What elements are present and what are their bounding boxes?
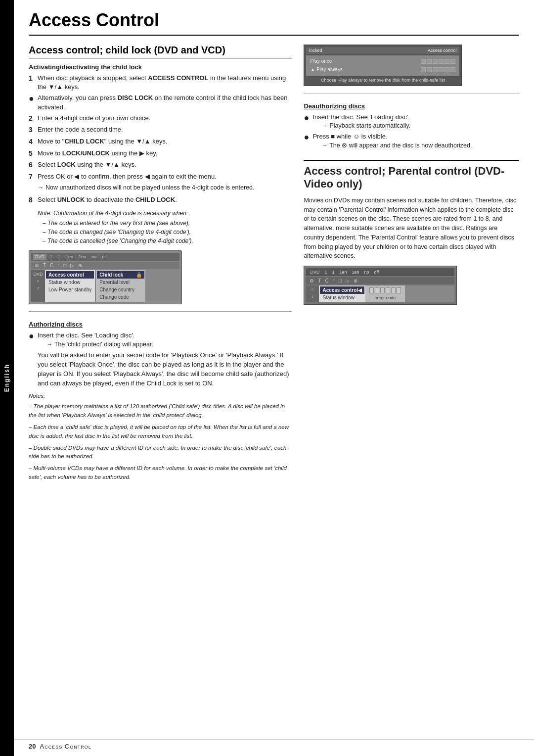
section1-heading: Access control; child lock (DVD and VCD) [29, 45, 292, 58]
top-menu-mockup: locked Access control Play once [304, 45, 462, 86]
ec-status-window: Status window [320, 294, 364, 301]
main-content: Access Control Access control; child loc… [14, 0, 534, 500]
authorizing-heading: Authorizing discs [29, 321, 292, 328]
ec-access-control: Access control ◀ [320, 286, 364, 294]
footer-title: Access Control [40, 743, 91, 750]
authorizing-list: ● Insert the disc. See 'Loading disc'. T… [29, 331, 292, 388]
footer: 20 Access Control [14, 739, 534, 750]
menu-mockup-1: DVD 1 1 1en 1en no off ⚙ T C ᐟ □ ▷ ⊕ [29, 250, 182, 304]
step-6: 6 Select LOCK using the ▼/▲ keys. [29, 160, 292, 170]
deauth-arrow-2: The ⊗ will appear and the disc is now de… [321, 142, 519, 150]
menu-low-power: Low Power standby [46, 286, 94, 293]
col-left: Access control; child lock (DVD and VCD)… [29, 45, 292, 485]
menu-bar-dvd: DVD [33, 254, 46, 260]
step-alt: ● Alternatively, you can press DISC LOCK… [29, 94, 292, 111]
page-title: Access Control [29, 10, 519, 36]
parental-section: Access control; Parental control (DVD-Vi… [304, 160, 519, 305]
deauth-heading: Deauthorizing discs [304, 102, 519, 110]
step-1: 1 When disc playback is stopped, select … [29, 74, 292, 92]
play-always-label: ▲ Play always [310, 67, 342, 72]
note-item-2: The code is changed (see 'Changing the 4… [43, 228, 292, 236]
deauth-section: Deauthorizing discs ● Insert the disc. S… [304, 93, 519, 150]
auth-arrow-1: The 'child protect' dialog will appear. [46, 340, 292, 349]
submenu-change-code: Change code [97, 293, 144, 301]
top-menu-caption: Choose 'Play always' to remove the disk … [306, 78, 459, 84]
steps-list: 1 When disc playback is stopped, select … [29, 74, 292, 182]
play-once-label: Play once [310, 58, 332, 64]
col-right: locked Access control Play once [304, 45, 519, 485]
footer-page-num: 20 [29, 743, 36, 750]
enter-code-label: enter code [375, 295, 396, 300]
note-block: Note: Confirmation of the 4-digit code i… [38, 209, 292, 245]
menu-status-window: Status window [46, 279, 94, 286]
menu-access-control: Access control [46, 271, 94, 279]
sidebar: English [0, 0, 14, 756]
notes-block: Notes: – The player memory maintains a l… [29, 392, 292, 481]
deauth-list: ● Insert the disc. See 'Loading disc'. P… [304, 113, 519, 150]
two-col-layout: Access control; child lock (DVD and VCD)… [29, 45, 519, 485]
submenu-child-lock: Child lock 🔒 [97, 271, 144, 279]
step-2: 2 Enter a 4-digit code of your own choic… [29, 114, 292, 124]
authorizing-section: Authorizing discs ● Insert the disc. See… [29, 311, 292, 481]
step-8: 8 Select UNLOCK to deactivate the CHILD … [29, 195, 292, 205]
code-boxes [369, 287, 401, 293]
deauth-arrow-1: Playback starts automatically. [321, 122, 519, 131]
enter-code-mockup: DVD 1 1 1en 1en no off ⚙ T C ᐟ □ [304, 266, 457, 305]
step-7: 7 Press OK or ◀ to confirm, then press ◀… [29, 172, 292, 182]
step7-arrow-note: Now unauthorized discs will not be playe… [38, 184, 292, 192]
deauth-item-1: ● Insert the disc. See 'Loading disc'. P… [304, 113, 519, 131]
note-item-1: The code is entered for the very first t… [43, 219, 292, 228]
submenu-change-country: Change country [97, 286, 144, 293]
note-items: The code is entered for the very first t… [38, 219, 292, 245]
submenu-parental: Parental level [97, 279, 144, 286]
step8-list: 8 Select UNLOCK to deactivate the CHILD … [29, 195, 292, 205]
step-3: 3 Enter the code a second time. [29, 125, 292, 135]
note-title: Note: Confirmation of the 4-digit code i… [38, 209, 292, 218]
play-always-row: ▲ Play always [308, 66, 457, 73]
sidebar-label: English [3, 364, 10, 392]
activating-subheading: Activating/deactivating the child lock [29, 63, 292, 71]
access-control-label: Access control [428, 48, 457, 53]
step-5: 5 Move to LOCK/UNLOCK using the ▶ key. [29, 149, 292, 159]
play-once-row: Play once [308, 57, 457, 65]
parental-heading: Access control; Parental control (DVD-Vi… [304, 165, 519, 191]
locked-label: locked [309, 48, 322, 53]
step-4: 4 Move to "CHILD LOCK" using the ▼/▲ key… [29, 137, 292, 147]
parental-text: Movies on DVDs may contain scenes not su… [304, 196, 519, 261]
auth-item-1: ● Insert the disc. See 'Loading disc'. T… [29, 331, 292, 388]
note-item-3: The code is cancelled (see 'Changing the… [43, 236, 292, 245]
deauth-item-2: ● Press ■ while ☺ is visible. The ⊗ will… [304, 132, 519, 150]
